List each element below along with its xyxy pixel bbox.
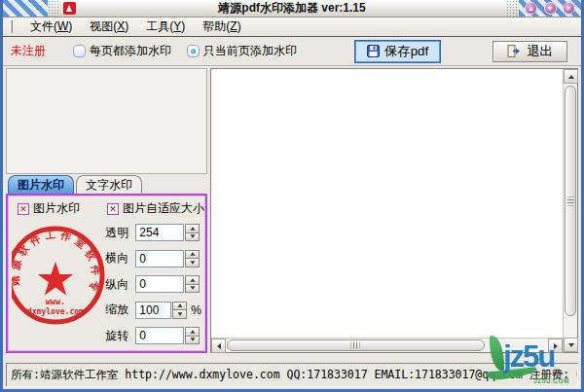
radio-all-pages-label: 每页都添加水印 [90, 43, 171, 59]
exit-door-icon [507, 45, 521, 57]
rotate-label: 旋转 [105, 328, 135, 344]
checkbox-autofit[interactable]: ✕ 图片自适应大小 [107, 200, 204, 217]
up-arrow-icon [190, 330, 195, 333]
exit-button[interactable]: 退出 [493, 41, 567, 62]
spin-down-button[interactable] [185, 285, 200, 294]
up-arrow-icon [568, 75, 574, 79]
vertical-scrollbar[interactable] [563, 69, 577, 352]
spin-down-button[interactable] [172, 310, 187, 319]
radio-current-page[interactable]: 只当前页添加水印 [187, 43, 297, 59]
titlebar[interactable]: 靖源pdf水印添加器 ver:1.15 ▲ ▼ ✕ [3, 0, 581, 18]
toolbar: 未注册 每页都添加水印 只当前页添加水印 保存pdf 退出 [3, 37, 581, 66]
radio-all-pages[interactable]: 每页都添加水印 [73, 43, 171, 59]
scale-row: 缩放 % [105, 301, 201, 320]
vertical-input[interactable] [135, 275, 184, 293]
spin-down-button[interactable] [185, 233, 200, 242]
panel-body: 靖源软件工作室软件专用 www. dxmylove.com 透明 [12, 220, 202, 349]
register-status: 未注册 [11, 43, 46, 59]
save-pdf-button[interactable]: 保存pdf [355, 41, 440, 62]
checkbox-checked-icon[interactable]: ✕ [18, 203, 29, 215]
titlebar-stripes-right: ▲ ▼ ✕ [519, 0, 581, 17]
menu-tools[interactable]: 工具(Y) [137, 17, 194, 37]
spin-up-button[interactable] [185, 224, 200, 233]
scroll-right-button[interactable] [548, 339, 563, 353]
transparency-input[interactable] [135, 224, 184, 241]
rotate-row: 旋转 [105, 326, 201, 345]
window-title: 靖源pdf水印添加器 ver:1.15 [218, 0, 365, 17]
save-pdf-label: 保存pdf [384, 43, 428, 60]
down-arrow-icon [568, 343, 574, 347]
spin-up-button[interactable] [172, 302, 187, 311]
up-arrow-icon [190, 227, 195, 230]
app-window: 靖源pdf水印添加器 ver:1.15 ▲ ▼ ✕ 文件(W) 视图(X) 工具… [0, 0, 584, 392]
menu-file[interactable]: 文件(W) [21, 17, 81, 37]
down-arrow-icon [190, 235, 195, 238]
minimize-button[interactable]: ▼ [544, 2, 557, 15]
vertical-scroll-track[interactable] [564, 84, 577, 338]
status-bar: 所有:靖源软件工作室 http://www.dxmylove.com QQ:17… [6, 363, 578, 387]
horizontal-scroll-track[interactable] [226, 339, 548, 352]
scale-label: 缩放 [105, 302, 135, 318]
titlebar-stripes-left [3, 0, 48, 17]
image-watermark-panel: ✕ 图片水印 ✕ 图片自适应大小 [6, 194, 207, 353]
stamp-star-icon [38, 262, 73, 295]
right-arrow-icon [554, 343, 558, 349]
up-arrow-icon [190, 278, 195, 281]
radio-checked-icon[interactable] [187, 45, 200, 57]
scroll-left-button[interactable] [211, 339, 226, 353]
scroll-down-button[interactable] [564, 338, 578, 352]
tab-text-watermark[interactable]: 文字水印 [76, 175, 142, 194]
vertical-scroll-thumb[interactable] [565, 86, 576, 316]
radio-unchecked-icon[interactable] [73, 45, 86, 57]
spin-up-button[interactable] [185, 275, 200, 285]
pdf-preview-area [210, 68, 578, 353]
scale-percent-suffix: % [191, 303, 201, 317]
pdf-app-icon [63, 2, 76, 15]
menu-help[interactable]: 帮助(Z) [194, 17, 249, 37]
spin-up-button[interactable] [185, 250, 200, 260]
down-arrow-icon [190, 287, 195, 290]
transparency-row: 透明 [105, 223, 201, 242]
horizontal-scrollbar[interactable] [211, 338, 563, 352]
scale-input[interactable] [135, 302, 171, 319]
stamp-www: www. [46, 297, 65, 306]
radio-current-page-label: 只当前页添加水印 [203, 43, 297, 59]
tab-image-watermark[interactable]: 图片水印 [8, 175, 74, 194]
shade-button[interactable]: ▲ [525, 2, 537, 15]
up-arrow-icon [190, 253, 195, 256]
horizontal-input[interactable] [135, 250, 184, 267]
floppy-disk-icon [367, 45, 380, 57]
spin-up-button[interactable] [185, 327, 200, 337]
checkbox-image-watermark[interactable]: ✕ 图片水印 [18, 200, 80, 217]
main-body: 图片水印 文字水印 ✕ 图片水印 ✕ 图片自适应大小 [3, 66, 581, 353]
horizontal-row: 横向 [105, 249, 201, 268]
spin-down-button[interactable] [185, 337, 200, 345]
horizontal-label: 横向 [105, 250, 135, 267]
close-button[interactable]: ✕ [563, 2, 575, 15]
stamp-domain: dxmylove.com [27, 307, 84, 316]
stamp-seal-image: 靖源软件工作室软件专用 www. dxmylove.com [12, 220, 105, 346]
spin-down-button[interactable] [185, 259, 200, 267]
checkbox-image-watermark-label: 图片水印 [33, 200, 80, 217]
status-text: 所有:靖源软件工作室 http://www.dxmylove.com QQ:17… [11, 368, 578, 382]
checkbox-row: ✕ 图片水印 ✕ 图片自适应大小 [12, 198, 202, 220]
menubar: 文件(W) 视图(X) 工具(Y) 帮助(Z) [3, 18, 581, 37]
checkbox-checked-icon[interactable]: ✕ [107, 203, 119, 215]
checkbox-autofit-label: 图片自适应大小 [123, 200, 204, 217]
horizontal-scroll-thumb[interactable] [227, 339, 485, 351]
left-arrow-icon [217, 343, 221, 349]
transparency-label: 透明 [105, 225, 135, 241]
titlebar-texture-right [506, 0, 519, 17]
status-band: 所有:靖源软件工作室 http://www.dxmylove.com QQ:17… [3, 353, 581, 391]
vertical-label: 纵向 [105, 276, 135, 293]
down-arrow-icon [190, 339, 195, 341]
menu-view[interactable]: 视图(X) [81, 17, 137, 37]
rotate-input[interactable] [135, 327, 184, 344]
left-column: 图片水印 文字水印 ✕ 图片水印 ✕ 图片自适应大小 [3, 66, 209, 353]
menubar-grip[interactable] [10, 20, 13, 33]
exit-label: 退出 [527, 43, 553, 60]
scroll-up-button[interactable] [564, 69, 578, 84]
watermark-tabs: 图片水印 文字水印 [6, 176, 207, 194]
watermark-image-list[interactable] [6, 68, 207, 174]
down-arrow-icon [190, 261, 195, 264]
